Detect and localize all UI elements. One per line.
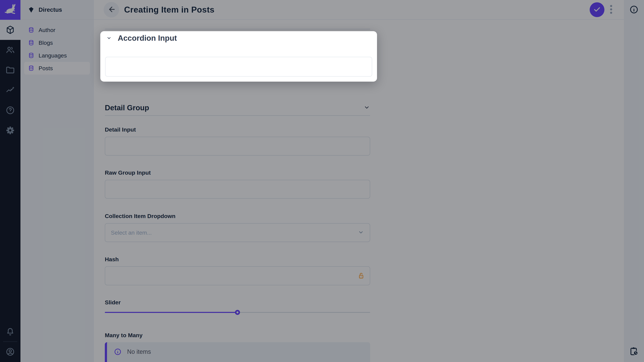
accordion-header[interactable]: Accordion Input bbox=[100, 33, 177, 43]
directus-app: Directus Author bbox=[0, 0, 644, 362]
accordion-spotlight-card: Accordion Input bbox=[100, 31, 377, 82]
chevron-down-icon bbox=[106, 35, 112, 41]
accordion-input-field[interactable] bbox=[105, 57, 372, 77]
accordion-title: Accordion Input bbox=[118, 33, 177, 42]
